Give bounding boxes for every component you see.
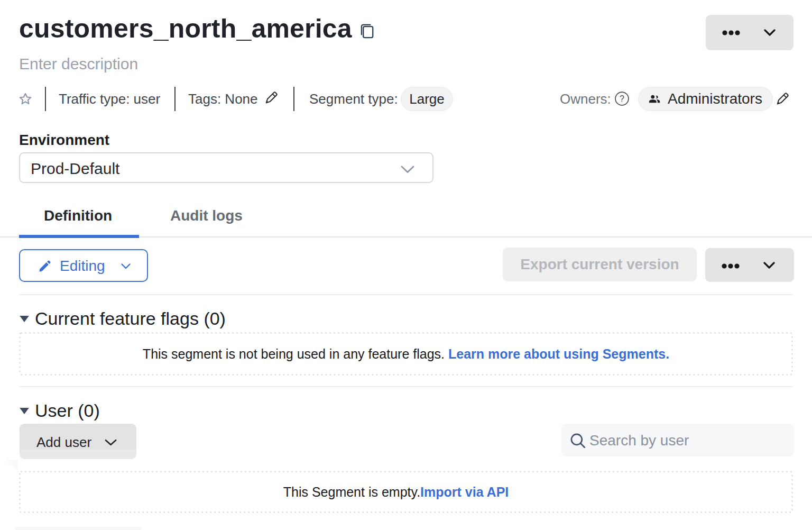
svg-text:?: ?: [620, 94, 624, 103]
